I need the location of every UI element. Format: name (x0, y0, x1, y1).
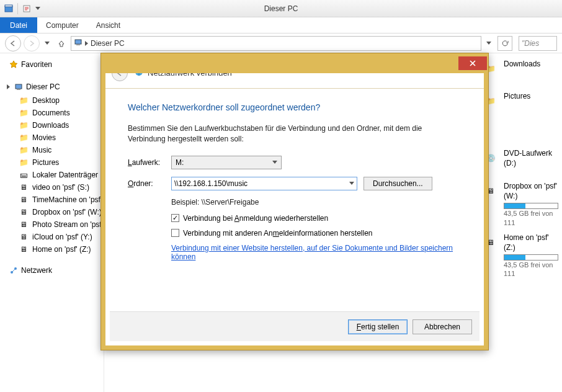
network-icon (9, 265, 19, 275)
up-button[interactable] (55, 37, 68, 50)
sidebar-item-label: Photo Stream on 'psf' (32, 220, 101, 229)
forward-button[interactable] (24, 35, 40, 51)
dialog-footer: Fertig stellen Abbrechen (110, 311, 479, 341)
address-dropdown-icon[interactable] (484, 36, 494, 51)
sidebar-item-documents[interactable]: 📁Documents (2, 107, 101, 119)
folder-icon: 📁 (19, 96, 29, 105)
sidebar-item-netdrive[interactable]: 🖥Home on 'psf' (Z:) (2, 243, 101, 256)
capacity-bar (504, 254, 558, 261)
item-downloads[interactable]: 📁 Downloads (481, 60, 558, 78)
sidebar-item-label: Home on 'psf' (Z:) (32, 245, 91, 254)
checkbox-icon[interactable] (171, 229, 179, 237)
item-dropbox-drive[interactable]: 🖥 Dropbox on 'psf' (W:) 43,5 GB frei von… (481, 182, 558, 227)
netdrive-icon: 🖥 (19, 207, 29, 217)
sidebar-item-pictures[interactable]: 📁Pictures (2, 156, 101, 169)
cancel-button[interactable]: Abbrechen (413, 319, 472, 334)
sidebar-item-netdrive[interactable]: 🖥video on 'psf' (S:) (2, 181, 101, 194)
nav-row: Dieser PC "Dies (0, 33, 562, 53)
diffcreds-label: Verbindung mit anderen Anmeldeinformatio… (183, 229, 373, 238)
properties-icon[interactable] (22, 4, 32, 14)
svg-rect-3 (75, 40, 81, 44)
netdrive-icon: 🖥 (19, 220, 29, 229)
search-input[interactable]: "Dies (519, 36, 557, 51)
sidebar-item-label: Movies (32, 133, 56, 142)
item-freespace: 43,5 GB frei von 111 (504, 261, 558, 278)
dialog-body: Welcher Netzwerkordner soll zugeordnet w… (105, 89, 484, 266)
drive-select[interactable]: M: (171, 156, 282, 169)
qat-dropdown-icon[interactable] (35, 7, 40, 10)
map-network-drive-dialog: Netzlaufwerk verbinden Welcher Netzwerko… (100, 53, 489, 350)
diffcreds-checkbox-row[interactable]: Verbindung mit anderen Anmeldeinformatio… (171, 229, 462, 238)
folder-label: Ordner: (128, 179, 165, 188)
sidebar-thispc[interactable]: Dieser PC (2, 81, 101, 94)
finish-button[interactable]: Fertig stellen (348, 319, 408, 334)
qat-separator (17, 3, 18, 14)
history-dropdown-icon[interactable] (42, 36, 52, 51)
star-icon (9, 60, 19, 69)
sidebar-item-label: Documents (32, 109, 70, 117)
svg-rect-1 (5, 5, 12, 7)
chevron-down-icon (272, 161, 277, 164)
item-home-drive[interactable]: 🖥 Home on 'psf' (Z:) 43,5 GB frei von 11… (481, 233, 558, 278)
folder-input[interactable] (174, 179, 349, 188)
reconnect-checkbox-row[interactable]: Verbindung bei Anmeldung wiederherstelle… (171, 214, 462, 223)
item-label: Home on 'psf' (Z:) (504, 233, 558, 252)
ribbon-tabs: Datei Computer Ansicht (0, 17, 562, 33)
sidebar-item-localdisk[interactable]: 🖴Lokaler Datenträger (2, 169, 101, 181)
reconnect-label: Verbindung bei Anmeldung wiederherstelle… (183, 214, 328, 223)
folder-icon: 📁 (19, 108, 29, 118)
sidebar-item-label: video on 'psf' (S:) (32, 183, 89, 192)
sidebar-item-netdrive[interactable]: 🖥Dropbox on 'psf' (W:) (2, 206, 101, 218)
folder-icon: 📁 (19, 133, 29, 143)
address-bar[interactable]: Dieser PC (71, 36, 481, 51)
netdrive-icon: 🖥 (19, 232, 29, 242)
sidebar-item-netdrive[interactable]: 🖥TimeMachine on 'psf' (2, 194, 101, 206)
dialog-heading: Welcher Netzwerkordner soll zugeordnet w… (128, 102, 462, 112)
back-button[interactable] (5, 35, 21, 51)
browse-button[interactable]: Durchsuchen... (364, 177, 432, 190)
sidebar-item-label: iCloud on 'psf' (Y:) (32, 233, 92, 241)
refresh-button[interactable] (497, 36, 512, 51)
website-link-row: Verbindung mit einer Website herstellen,… (171, 244, 462, 261)
address-segment[interactable]: Dieser PC (91, 39, 125, 48)
tab-computer[interactable]: Computer (37, 17, 87, 33)
website-link[interactable]: Verbindung mit einer Website herstellen,… (171, 244, 453, 261)
netdrive-icon: 🖥 (19, 182, 29, 192)
sidebar-item-music[interactable]: 📁Music (2, 144, 101, 156)
sidebar-item-label: Lokaler Datenträger (32, 171, 98, 179)
sidebar-item-downloads[interactable]: 📁Downloads (2, 119, 101, 131)
chevron-down-icon (349, 182, 354, 185)
folder-combo[interactable] (171, 177, 357, 190)
item-label: DVD-Laufwerk (D:) (504, 149, 558, 168)
pc-icon (14, 82, 24, 92)
checkbox-icon[interactable] (171, 214, 179, 222)
drive-icon: 🖴 (19, 170, 29, 180)
close-button[interactable] (458, 56, 487, 70)
quick-access-toolbar: Dieser PC (0, 0, 562, 17)
dialog-description: Bestimmen Sie den Laufwerkbuchstaben für… (128, 123, 462, 145)
item-pictures[interactable]: 📁 Pictures (481, 92, 558, 110)
sidebar-network[interactable]: Netzwerk (2, 264, 101, 278)
sidebar-favorites[interactable]: Favoriten (2, 58, 101, 72)
sidebar-item-netdrive[interactable]: 🖥iCloud on 'psf' (Y:) (2, 231, 101, 243)
sidebar-item-label: Music (32, 146, 51, 154)
sidebar-item-desktop[interactable]: 📁Desktop (2, 94, 101, 107)
example-text: Beispiel: \\Server\Freigabe (171, 198, 462, 207)
expand-icon (7, 84, 10, 89)
sidebar-thispc-label: Dieser PC (26, 82, 60, 91)
netdrive-icon: 🖥 (19, 195, 29, 205)
chevron-right-icon (85, 41, 88, 46)
sidebar-item-label: Downloads (32, 121, 69, 130)
window-title: Dieser PC (0, 4, 562, 13)
item-dvd[interactable]: 💿 DVD-Laufwerk (D:) (481, 149, 558, 168)
item-label: Pictures (504, 92, 530, 102)
tab-view[interactable]: Ansicht (87, 17, 129, 33)
sidebar-item-netdrive[interactable]: 🖥Photo Stream on 'psf' (2, 218, 101, 231)
app-icon (4, 4, 14, 14)
sidebar-item-label: Desktop (32, 96, 60, 105)
svg-rect-5 (16, 84, 22, 89)
sidebar-favorites-label: Favoriten (21, 60, 52, 69)
sidebar-item-movies[interactable]: 📁Movies (2, 131, 101, 144)
dialog-titlebar (101, 53, 488, 73)
file-menu[interactable]: Datei (0, 17, 37, 33)
